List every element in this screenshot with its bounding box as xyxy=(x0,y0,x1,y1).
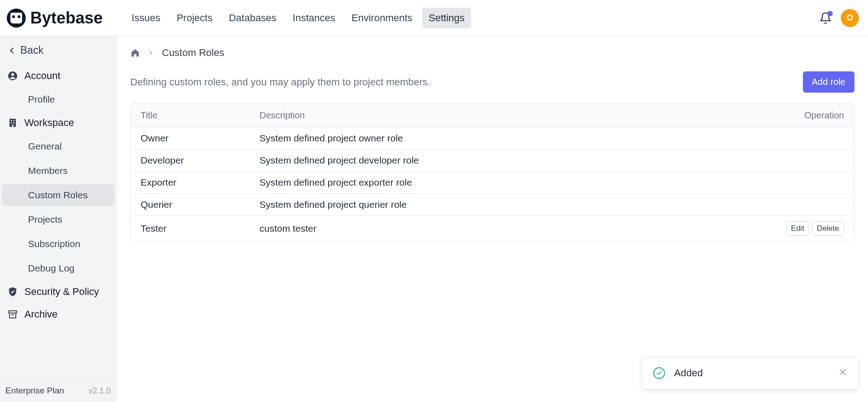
svg-rect-3 xyxy=(11,120,12,122)
sidebar-item-profile[interactable]: Profile xyxy=(2,89,114,110)
toast-close-button[interactable] xyxy=(838,367,848,379)
column-description: Description xyxy=(259,110,772,121)
nav-item-issues[interactable]: Issues xyxy=(125,8,167,28)
logo-icon xyxy=(7,9,26,28)
svg-rect-6 xyxy=(14,122,15,124)
table-row: DeveloperSystem defined project develope… xyxy=(131,150,854,172)
edit-button[interactable]: Edit xyxy=(786,221,809,236)
column-operation: Operation xyxy=(772,110,844,121)
nav-item-environments[interactable]: Environments xyxy=(345,8,419,28)
section-label: Security & Policy xyxy=(24,286,99,298)
back-button[interactable]: Back xyxy=(0,36,116,65)
add-role-button[interactable]: Add role xyxy=(803,71,855,93)
avatar-initial: O xyxy=(847,13,853,23)
sidebar-item-custom-roles[interactable]: Custom Roles xyxy=(2,184,114,206)
delete-button[interactable]: Delete xyxy=(812,221,844,236)
building-icon xyxy=(7,117,18,128)
logo-text: Bytebase xyxy=(30,9,103,28)
role-description: custom tester xyxy=(259,223,772,234)
sidebar-item-subscription[interactable]: Subscription xyxy=(2,233,114,255)
nav-item-databases[interactable]: Databases xyxy=(222,8,283,28)
chevron-right-icon xyxy=(147,49,155,56)
avatar[interactable]: O xyxy=(841,9,859,27)
check-circle-icon xyxy=(653,367,665,379)
shield-icon xyxy=(7,286,18,297)
role-description: System defined project developer role xyxy=(259,155,772,166)
sidebar-item-projects[interactable]: Projects xyxy=(2,209,114,230)
sidebar-section-workspace[interactable]: Workspace xyxy=(0,112,116,134)
svg-rect-4 xyxy=(14,120,15,122)
role-title: Tester xyxy=(141,223,259,234)
sidebar-item-debug-log[interactable]: Debug Log xyxy=(2,257,114,279)
svg-rect-5 xyxy=(11,122,12,124)
table-row: ExporterSystem defined project exporter … xyxy=(131,172,854,194)
table-row: Testercustom testerEditDelete xyxy=(131,216,854,241)
table-header: Title Description Operation xyxy=(131,104,854,127)
sidebar-footer: Enterprise Plan v2.1.0 xyxy=(0,379,116,402)
nav-item-instances[interactable]: Instances xyxy=(286,8,341,28)
role-description: System defined project owner role xyxy=(259,133,772,144)
logo[interactable]: Bytebase xyxy=(7,9,103,28)
sidebar-item-general[interactable]: General xyxy=(2,136,114,157)
back-label: Back xyxy=(20,44,43,56)
role-title: Developer xyxy=(141,155,259,166)
table-row: QuerierSystem defined project querier ro… xyxy=(131,194,854,216)
sidebar-section-archive[interactable]: Archive xyxy=(0,303,116,326)
breadcrumb-page: Custom Roles xyxy=(162,47,224,59)
role-operations: EditDelete xyxy=(772,221,844,236)
notification-dot-icon xyxy=(827,11,833,16)
sidebar: Back Account Profile Workspace General M… xyxy=(0,36,117,402)
role-title: Querier xyxy=(141,199,259,210)
role-description: System defined project exporter role xyxy=(259,177,772,188)
nav-item-projects[interactable]: Projects xyxy=(170,8,219,28)
svg-rect-8 xyxy=(9,311,17,313)
top-nav: Bytebase IssuesProjectsDatabasesInstance… xyxy=(0,0,868,36)
plan-label: Enterprise Plan xyxy=(5,386,64,396)
section-label: Account xyxy=(24,70,61,82)
sidebar-section-security[interactable]: Security & Policy xyxy=(0,280,116,303)
toast-message: Added xyxy=(674,367,829,379)
section-label: Workspace xyxy=(24,117,74,129)
role-title: Exporter xyxy=(141,177,259,188)
role-title: Owner xyxy=(141,133,259,144)
chevron-left-icon xyxy=(7,46,17,56)
sidebar-section-account[interactable]: Account xyxy=(0,65,116,87)
user-icon xyxy=(7,70,18,81)
page-description: Defining custom roles, and you may apply… xyxy=(130,76,430,88)
section-label: Archive xyxy=(24,309,57,320)
svg-point-1 xyxy=(11,73,14,76)
version-label: v2.1.0 xyxy=(89,386,111,396)
roles-table: Title Description Operation OwnerSystem … xyxy=(130,103,854,242)
notifications-button[interactable] xyxy=(819,12,832,24)
archive-icon xyxy=(7,309,18,320)
role-description: System defined project querier role xyxy=(259,199,772,210)
column-title: Title xyxy=(141,110,259,121)
toast-notification: Added xyxy=(642,357,859,389)
breadcrumb: Custom Roles xyxy=(130,47,854,59)
home-icon[interactable] xyxy=(130,48,140,58)
nav-items: IssuesProjectsDatabasesInstancesEnvironm… xyxy=(125,8,471,28)
svg-rect-7 xyxy=(12,125,14,127)
sidebar-item-members[interactable]: Members xyxy=(2,160,114,182)
main-content: Custom Roles Defining custom roles, and … xyxy=(117,36,868,402)
nav-item-settings[interactable]: Settings xyxy=(422,8,471,28)
table-row: OwnerSystem defined project owner role xyxy=(131,127,854,150)
close-icon xyxy=(838,367,848,377)
